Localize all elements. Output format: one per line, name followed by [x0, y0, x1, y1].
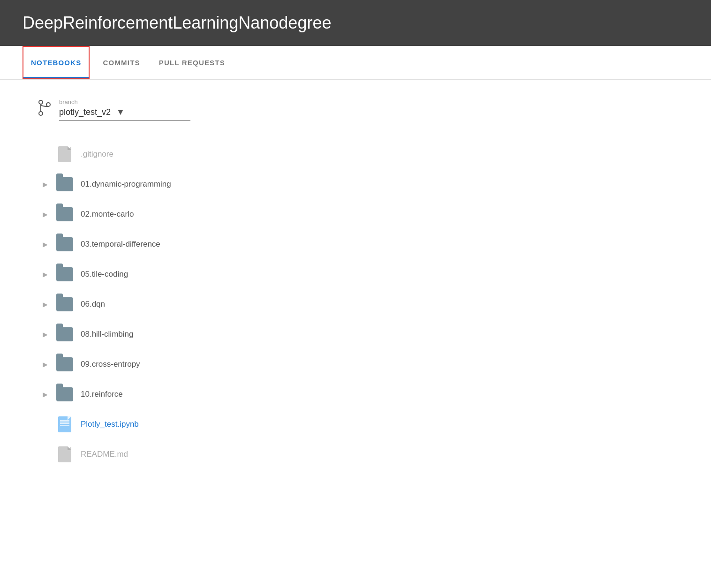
list-item[interactable]: ▶09.cross-entropy — [38, 349, 673, 379]
list-item[interactable]: ▶Plotly_test.ipynb — [38, 409, 673, 439]
file-icon — [58, 146, 71, 162]
chevron-right-icon: ▶ — [41, 181, 49, 188]
branch-label: branch — [59, 98, 190, 106]
folder-icon — [56, 267, 73, 281]
tab-notebooks[interactable]: NOTEBOOKS — [23, 46, 90, 79]
chevron-right-icon: ▶ — [41, 241, 49, 248]
list-item[interactable]: ▶03.temporal-difference — [38, 229, 673, 259]
folder-icon — [56, 207, 73, 221]
file-name: 05.tile-coding — [81, 270, 128, 279]
tab-pull-requests[interactable]: PULL REQUESTS — [150, 46, 234, 79]
file-icon — [58, 446, 71, 462]
file-name: 06.dqn — [81, 300, 105, 309]
content-area: branch plotly_test_v2 ▼ ▶.gitignore▶01.d… — [0, 80, 711, 488]
branch-icon — [38, 100, 52, 119]
branch-selector[interactable]: plotly_test_v2 ▼ — [59, 107, 190, 121]
branch-name: plotly_test_v2 — [59, 107, 111, 117]
file-name: 03.temporal-difference — [81, 240, 160, 249]
file-list: ▶.gitignore▶01.dynamic-programming▶02.mo… — [38, 139, 673, 469]
file-name: 02.monte-carlo — [81, 210, 134, 219]
svg-point-0 — [39, 100, 43, 104]
folder-icon — [56, 387, 73, 401]
list-item[interactable]: ▶.gitignore — [38, 139, 673, 169]
file-name[interactable]: Plotly_test.ipynb — [81, 420, 139, 429]
folder-icon — [56, 177, 73, 191]
chevron-right-icon: ▶ — [41, 301, 49, 308]
chevron-right-icon: ▶ — [41, 211, 49, 218]
file-name: 10.reinforce — [81, 390, 123, 399]
folder-icon — [56, 297, 73, 311]
folder-icon — [56, 357, 73, 371]
chevron-down-icon: ▼ — [116, 107, 125, 117]
list-item[interactable]: ▶01.dynamic-programming — [38, 169, 673, 199]
svg-point-2 — [46, 103, 50, 106]
notebook-icon — [58, 416, 71, 432]
file-name: README.md — [81, 450, 128, 459]
list-item[interactable]: ▶README.md — [38, 439, 673, 469]
folder-icon — [56, 237, 73, 251]
list-item[interactable]: ▶02.monte-carlo — [38, 199, 673, 229]
chevron-right-icon: ▶ — [41, 361, 49, 368]
header: DeepReinforcementLearningNanodegree — [0, 0, 711, 46]
file-name: 09.cross-entropy — [81, 360, 140, 369]
tabs-bar: NOTEBOOKS COMMITS PULL REQUESTS — [0, 46, 711, 80]
chevron-right-icon: ▶ — [41, 271, 49, 278]
list-item[interactable]: ▶06.dqn — [38, 289, 673, 319]
file-name: 08.hill-climbing — [81, 330, 133, 339]
list-item[interactable]: ▶08.hill-climbing — [38, 319, 673, 349]
repo-title: DeepReinforcementLearningNanodegree — [23, 13, 688, 33]
tab-commits[interactable]: COMMITS — [93, 46, 149, 79]
chevron-right-icon: ▶ — [41, 391, 49, 398]
list-item[interactable]: ▶05.tile-coding — [38, 259, 673, 289]
folder-icon — [56, 327, 73, 341]
branch-info: branch plotly_test_v2 ▼ — [59, 98, 190, 121]
branch-section: branch plotly_test_v2 ▼ — [38, 98, 673, 121]
svg-point-1 — [39, 112, 43, 115]
chevron-right-icon: ▶ — [41, 331, 49, 338]
file-name: 01.dynamic-programming — [81, 180, 171, 189]
list-item[interactable]: ▶10.reinforce — [38, 379, 673, 409]
file-name: .gitignore — [81, 150, 113, 159]
